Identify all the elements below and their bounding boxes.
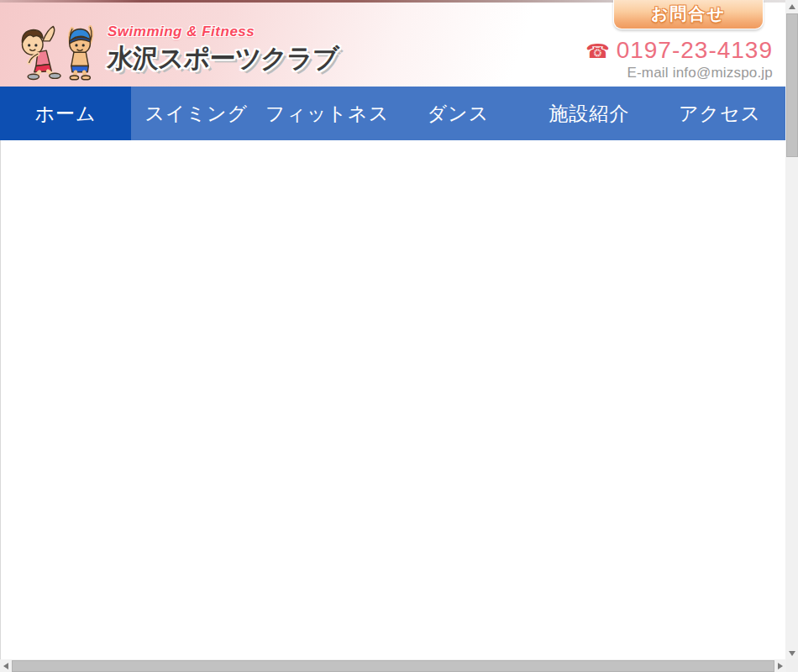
phone-line: ☎0197-23-4139 xyxy=(585,37,773,64)
logo-text-block: Swimming & Fitness 水沢スポーツクラブ xyxy=(108,12,338,76)
vertical-scrollbar-thumb[interactable] xyxy=(786,13,798,157)
logo-tagline: Swimming & Fitness xyxy=(108,24,338,40)
site-logo[interactable]: Swimming & Fitness 水沢スポーツクラブ xyxy=(5,12,338,81)
scrollbar-corner xyxy=(786,659,798,672)
telephone-icon: ☎ xyxy=(585,40,611,62)
horizontal-scrollbar[interactable] xyxy=(0,659,786,672)
horizontal-scrollbar-thumb[interactable] xyxy=(12,660,774,672)
right-arrow-icon xyxy=(778,663,783,669)
site-title: 水沢スポーツクラブ xyxy=(107,41,339,76)
browser-page: Swimming & Fitness 水沢スポーツクラブ お問合せ ☎0197-… xyxy=(0,0,798,672)
nav-item-dance[interactable]: ダンス xyxy=(392,87,523,140)
left-arrow-icon xyxy=(3,663,8,669)
up-arrow-icon xyxy=(789,4,795,9)
nav-item-fitness[interactable]: フィットネス xyxy=(262,87,393,140)
contact-button-label: お問合せ xyxy=(651,4,726,23)
mascot-kids-illustration xyxy=(5,12,113,81)
main-nav: ホーム スイミング フィットネス ダンス 施設紹介 アクセス xyxy=(0,87,785,140)
main-content-area xyxy=(0,140,785,659)
scroll-down-button[interactable] xyxy=(785,647,798,659)
contact-button[interactable]: お問合せ xyxy=(613,0,764,29)
mascot-swimmer-kid xyxy=(70,27,92,79)
down-arrow-icon xyxy=(789,651,795,656)
nav-item-facilities[interactable]: 施設紹介 xyxy=(523,87,654,140)
mascot-exercise-kid xyxy=(22,26,60,79)
nav-item-swimming[interactable]: スイミング xyxy=(131,87,262,140)
phone-number: 0197-23-4139 xyxy=(617,37,773,63)
site-header: Swimming & Fitness 水沢スポーツクラブ お問合せ ☎0197-… xyxy=(0,0,785,87)
page-viewport: Swimming & Fitness 水沢スポーツクラブ お問合せ ☎0197-… xyxy=(0,0,785,659)
contact-info-block: ☎0197-23-4139 E-mail info@mizspo.jp xyxy=(585,37,773,81)
scroll-left-button[interactable] xyxy=(0,659,12,672)
scroll-right-button[interactable] xyxy=(774,659,786,672)
nav-item-access[interactable]: アクセス xyxy=(654,87,785,140)
nav-item-home[interactable]: ホーム xyxy=(0,87,131,140)
scroll-up-button[interactable] xyxy=(785,0,798,13)
email-text: E-mail info@mizspo.jp xyxy=(585,65,773,81)
vertical-scrollbar[interactable] xyxy=(785,0,798,659)
